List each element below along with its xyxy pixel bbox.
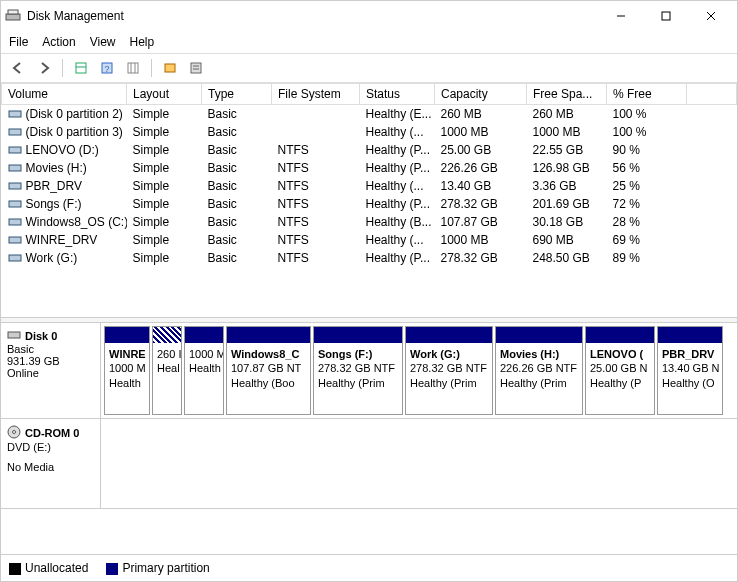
- disk-label[interactable]: CD-ROM 0 DVD (E:) No Media: [1, 419, 101, 508]
- cell-type: Basic: [202, 105, 272, 124]
- window-title: Disk Management: [27, 9, 598, 23]
- partition[interactable]: LENOVO (25.00 GB NHealthy (P: [585, 326, 655, 415]
- column-header[interactable]: % Free: [607, 84, 687, 105]
- column-header[interactable]: Capacity: [435, 84, 527, 105]
- menu-help[interactable]: Help: [130, 35, 155, 49]
- menu-view[interactable]: View: [90, 35, 116, 49]
- column-header[interactable]: Free Spa...: [527, 84, 607, 105]
- cdrom-type: DVD (E:): [7, 441, 94, 453]
- partition-name: Windows8_C: [231, 347, 306, 361]
- cell-status: Healthy (B...: [360, 213, 435, 231]
- cell-pct: 25 %: [607, 177, 687, 195]
- partition-header: [586, 327, 654, 343]
- table-row[interactable]: (Disk 0 partition 2)SimpleBasicHealthy (…: [2, 105, 737, 124]
- partition[interactable]: WINRE1000 MHealth: [104, 326, 150, 415]
- cell-layout: Simple: [127, 159, 202, 177]
- column-header-row[interactable]: VolumeLayoutTypeFile SystemStatusCapacit…: [2, 84, 737, 105]
- table-row[interactable]: Songs (F:)SimpleBasicNTFSHealthy (P...27…: [2, 195, 737, 213]
- volume-name: (Disk 0 partition 3): [26, 125, 123, 139]
- maximize-button[interactable]: [643, 1, 688, 31]
- svg-rect-25: [9, 255, 21, 261]
- partition[interactable]: Songs (F:)278.32 GB NTFHealthy (Prim: [313, 326, 403, 415]
- partition-header: [227, 327, 310, 343]
- volume-icon: [8, 216, 22, 228]
- partition-size: 25.00 GB N: [590, 361, 650, 375]
- back-button[interactable]: [7, 57, 29, 79]
- partition-name: Movies (H:): [500, 347, 578, 361]
- svg-rect-26: [8, 332, 20, 338]
- cell-free: 126.98 GB: [527, 159, 607, 177]
- menu-file[interactable]: File: [9, 35, 28, 49]
- column-header[interactable]: Volume: [2, 84, 127, 105]
- partition[interactable]: 260 IHeal: [152, 326, 182, 415]
- cell-layout: Simple: [127, 141, 202, 159]
- column-header[interactable]: Layout: [127, 84, 202, 105]
- cell-capacity: 278.32 GB: [435, 249, 527, 267]
- cell-capacity: 25.00 GB: [435, 141, 527, 159]
- svg-rect-1: [8, 10, 18, 14]
- table-row[interactable]: (Disk 0 partition 3)SimpleBasicHealthy (…: [2, 123, 737, 141]
- forward-button[interactable]: [33, 57, 55, 79]
- volume-name: (Disk 0 partition 2): [26, 107, 123, 121]
- cell-free: 260 MB: [527, 105, 607, 124]
- disk-size: 931.39 GB: [7, 355, 94, 367]
- cell-status: Healthy (P...: [360, 195, 435, 213]
- cell-free: 690 MB: [527, 231, 607, 249]
- svg-rect-14: [191, 63, 201, 73]
- svg-rect-10: [128, 63, 138, 73]
- toolbar-separator: [151, 59, 152, 77]
- settings-button[interactable]: [122, 57, 144, 79]
- cell-fs: NTFS: [272, 213, 360, 231]
- partition-name: Songs (F:): [318, 347, 398, 361]
- partition-header: [496, 327, 582, 343]
- table-row[interactable]: Movies (H:)SimpleBasicNTFSHealthy (P...2…: [2, 159, 737, 177]
- partition-size: 107.87 GB NT: [231, 361, 306, 375]
- partition[interactable]: PBR_DRV13.40 GB NHealthy (O: [657, 326, 723, 415]
- cell-type: Basic: [202, 177, 272, 195]
- cell-layout: Simple: [127, 213, 202, 231]
- partition-status: Health: [189, 361, 219, 375]
- table-row[interactable]: Windows8_OS (C:)SimpleBasicNTFSHealthy (…: [2, 213, 737, 231]
- cell-type: Basic: [202, 141, 272, 159]
- table-row[interactable]: Work (G:)SimpleBasicNTFSHealthy (P...278…: [2, 249, 737, 267]
- refresh-button[interactable]: [70, 57, 92, 79]
- partition-status: Healthy (Prim: [500, 376, 578, 390]
- close-button[interactable]: [688, 1, 733, 31]
- partition-status: Healthy (Prim: [410, 376, 488, 390]
- partition[interactable]: 1000 MHealth: [184, 326, 224, 415]
- action-button[interactable]: [159, 57, 181, 79]
- swatch-black: [9, 563, 21, 575]
- partition-size: 1000 M: [189, 347, 219, 361]
- partition-header: [105, 327, 149, 343]
- table-row[interactable]: LENOVO (D:)SimpleBasicNTFSHealthy (P...2…: [2, 141, 737, 159]
- volume-icon: [8, 108, 22, 120]
- props-button[interactable]: [185, 57, 207, 79]
- partition-status: Health: [109, 376, 145, 390]
- cell-fs: NTFS: [272, 141, 360, 159]
- column-header[interactable]: Type: [202, 84, 272, 105]
- table-row[interactable]: PBR_DRVSimpleBasicNTFSHealthy (...13.40 …: [2, 177, 737, 195]
- swatch-blue: [106, 563, 118, 575]
- disk-label[interactable]: Disk 0 Basic 931.39 GB Online: [1, 323, 101, 418]
- cell-pct: 90 %: [607, 141, 687, 159]
- disk-row-cdrom: CD-ROM 0 DVD (E:) No Media: [1, 419, 737, 509]
- partition-name: PBR_DRV: [662, 347, 718, 361]
- table-row[interactable]: WINRE_DRVSimpleBasicNTFSHealthy (...1000…: [2, 231, 737, 249]
- help-button[interactable]: ?: [96, 57, 118, 79]
- column-header[interactable]: File System: [272, 84, 360, 105]
- cell-type: Basic: [202, 231, 272, 249]
- partition[interactable]: Movies (H:)226.26 GB NTFHealthy (Prim: [495, 326, 583, 415]
- volume-icon: [8, 126, 22, 138]
- legend-unallocated: Unallocated: [9, 561, 88, 575]
- minimize-button[interactable]: [598, 1, 643, 31]
- cell-free: 1000 MB: [527, 123, 607, 141]
- partition[interactable]: Windows8_C107.87 GB NTHealthy (Boo: [226, 326, 311, 415]
- cell-type: Basic: [202, 159, 272, 177]
- partition[interactable]: Work (G:)278.32 GB NTFHealthy (Prim: [405, 326, 493, 415]
- legend: Unallocated Primary partition: [1, 554, 737, 581]
- menu-action[interactable]: Action: [42, 35, 75, 49]
- cell-fs: NTFS: [272, 159, 360, 177]
- partition-header: [658, 327, 722, 343]
- partition-status: Healthy (Prim: [318, 376, 398, 390]
- column-header[interactable]: Status: [360, 84, 435, 105]
